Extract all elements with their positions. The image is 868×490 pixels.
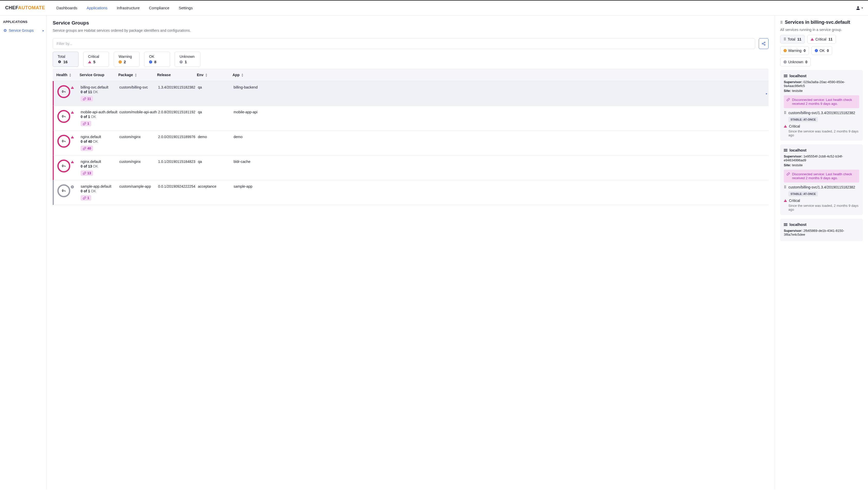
- critical-icon: [71, 136, 74, 138]
- summary-critical[interactable]: Critical 5: [83, 52, 109, 67]
- package-cell: custom/nginx: [119, 160, 158, 164]
- link-chip[interactable]: 40: [81, 145, 93, 151]
- table-row[interactable]: 0%mobile-api-auth.default0 of 1OK1custom…: [53, 106, 769, 131]
- col-health[interactable]: Health: [56, 73, 80, 77]
- disconnected-banner: Disconnected service: Last health check …: [784, 170, 859, 183]
- nav-infrastructure[interactable]: Infrastructure: [117, 6, 140, 10]
- status-line: Critical: [784, 199, 859, 203]
- table-row[interactable]: 0%nginx.default0 of 13OK13custom/nginx1.…: [53, 155, 769, 180]
- env-cell: qa: [198, 160, 234, 164]
- critical-icon: [88, 61, 91, 63]
- nav-settings[interactable]: Settings: [179, 6, 193, 10]
- service-groups-table: Health Service Group Package Release Env…: [53, 69, 769, 205]
- summary-unknown[interactable]: Unknown 1: [175, 52, 200, 67]
- critical-icon: [811, 38, 814, 40]
- service-group-count: 0 of 40OK: [81, 139, 119, 143]
- logo: CHEFAUTOMATE: [5, 5, 45, 10]
- status-line: Critical: [784, 124, 859, 128]
- link-chip[interactable]: 1: [81, 121, 91, 126]
- share-button[interactable]: [759, 38, 769, 49]
- stable-badge: STABLE: AT-ONCE: [788, 191, 818, 196]
- health-donut: 0%: [57, 110, 70, 123]
- nav-dashboards[interactable]: Dashboards: [56, 6, 77, 10]
- col-env[interactable]: Env: [197, 73, 232, 77]
- critical-icon: [71, 161, 74, 163]
- service-group-name: mobile-api-auth.default: [81, 110, 119, 114]
- summary-total[interactable]: Total 16: [53, 52, 79, 67]
- link-chip[interactable]: 13: [81, 170, 93, 176]
- sidebar-item-service-groups[interactable]: ❂ Service Groups ▸: [3, 27, 45, 34]
- menu-icon: [784, 75, 787, 77]
- release-cell: 0.0.1/20190924222254: [158, 184, 198, 189]
- link-chip[interactable]: 1: [81, 195, 91, 201]
- share-icon: [762, 41, 766, 46]
- since-line: Since the service was loaded, 2 months 9…: [788, 129, 859, 137]
- summary-critical-label: Critical: [88, 55, 104, 59]
- table-row[interactable]: 0%sample-app.default0 of 1OK1custom/samp…: [53, 180, 769, 205]
- warning-icon: [119, 60, 122, 64]
- chip-warning[interactable]: Warning0: [780, 46, 809, 55]
- health-cell: 0%: [57, 135, 81, 148]
- sort-icon: [134, 73, 137, 77]
- env-cell: acceptance: [198, 184, 234, 189]
- service-group-name: billing-svc.default: [81, 85, 119, 89]
- release-cell: 1.3.4/20190115182382: [158, 85, 198, 89]
- link-icon: [83, 146, 86, 150]
- chip-critical[interactable]: Critical11: [807, 35, 836, 44]
- sort-icon: [205, 73, 208, 77]
- top-nav: CHEFAUTOMATE Dashboards Applications Inf…: [0, 0, 868, 15]
- health-donut: 0%: [57, 135, 70, 148]
- table-row[interactable]: 0%billing-svc.default0 of 11OK11custom/b…: [53, 81, 769, 106]
- critical-icon: [784, 199, 787, 202]
- user-icon: [856, 5, 861, 11]
- since-line: Since the service was loaded, 2 months 9…: [788, 204, 859, 211]
- link-icon: [786, 172, 790, 176]
- app-cell: billing-backend: [234, 85, 766, 89]
- summary-total-count: 16: [63, 60, 68, 64]
- col-service-group[interactable]: Service Group: [80, 73, 118, 77]
- chip-total[interactable]: ⠿Total11: [780, 35, 805, 44]
- table-row[interactable]: 0%nginx.default0 of 40OK40custom/nginx2.…: [53, 131, 769, 155]
- service-card: localhostSupervisor: 029a3a8a-20ac-4590-…: [780, 70, 863, 141]
- critical-icon: [784, 125, 787, 128]
- service-group-name: sample-app.default: [81, 184, 119, 189]
- cluster-icon: ⠿: [784, 185, 786, 189]
- chip-ok[interactable]: OK0: [811, 46, 832, 55]
- service-group-count: 0 of 13OK: [81, 164, 119, 168]
- summary-warning-label: Warning: [119, 55, 134, 59]
- release-cell: 2.0.0/20190115189976: [158, 135, 198, 139]
- nav-applications[interactable]: Applications: [87, 6, 107, 10]
- summary-warning[interactable]: Warning 2: [114, 52, 140, 67]
- col-package[interactable]: Package: [118, 73, 157, 77]
- cluster-icon: ⠿: [783, 37, 786, 41]
- user-menu[interactable]: ▾: [856, 4, 863, 11]
- link-chip[interactable]: 11: [81, 96, 93, 101]
- col-release[interactable]: Release: [157, 73, 197, 77]
- package-cell: custom/mobile-api-auth: [119, 110, 158, 114]
- sidebar-item-label: Service Groups: [9, 28, 34, 33]
- summary-ok[interactable]: OK 8: [144, 52, 170, 67]
- health-cell: 0%: [57, 85, 81, 98]
- site-line: Site: testsite: [784, 163, 859, 167]
- svg-point-3: [764, 44, 765, 45]
- service-card: localhostSupervisor: 2fb65869-de1b-4341-…: [780, 219, 863, 241]
- stable-badge: STABLE: AT-ONCE: [788, 117, 818, 122]
- svg-point-2: [762, 43, 763, 44]
- filter-input[interactable]: [53, 38, 755, 49]
- ok-icon: [815, 49, 818, 52]
- disconnected-banner: Disconnected service: Last health check …: [784, 95, 859, 108]
- package-cell: custom/sample-app: [119, 184, 158, 189]
- logo-chef: CHEF: [5, 5, 18, 10]
- sidebar-section-title: APPLICATIONS: [3, 20, 45, 24]
- chip-unknown[interactable]: Unknown0: [780, 58, 811, 66]
- col-app[interactable]: App: [232, 73, 766, 77]
- summary-ok-count: 8: [154, 60, 156, 64]
- nav-compliance[interactable]: Compliance: [149, 6, 169, 10]
- supervisor-line: Supervisor: 2fb65869-de1b-4341-8150-3f8a…: [784, 229, 859, 236]
- release-cell: 2.0.8/20190115181192: [158, 110, 198, 114]
- services-panel: ⠿ Services in billing-svc.default All se…: [775, 15, 868, 489]
- main-content: Service Groups Service groups are Habita…: [46, 15, 775, 489]
- page-subtitle: Service groups are Habitat services orde…: [53, 28, 769, 33]
- health-donut: 0%: [57, 85, 70, 98]
- page-title: Service Groups: [53, 20, 769, 26]
